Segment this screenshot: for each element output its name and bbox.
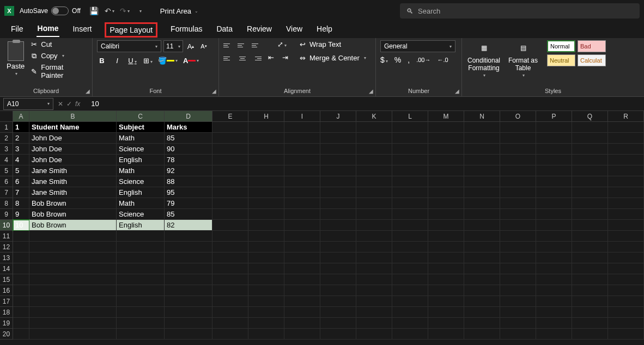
col-header-D[interactable]: D — [165, 111, 212, 122]
cell-Q11[interactable] — [572, 231, 608, 242]
col-header-P[interactable]: P — [536, 111, 572, 122]
cell-A2[interactable]: 2 — [13, 133, 29, 144]
cell-L8[interactable] — [392, 198, 428, 209]
cell-I1[interactable] — [284, 122, 320, 133]
cell-I2[interactable] — [284, 133, 320, 144]
cell-B13[interactable] — [29, 252, 117, 263]
cell-D1[interactable]: Marks — [165, 122, 212, 133]
cell-K19[interactable] — [356, 318, 392, 329]
cell-L4[interactable] — [392, 155, 428, 165]
cell-A7[interactable]: 7 — [13, 187, 29, 198]
toggle-icon[interactable] — [51, 7, 69, 15]
cell-C13[interactable] — [117, 252, 165, 263]
cell-E14[interactable] — [212, 263, 248, 274]
cell-I8[interactable] — [284, 198, 320, 209]
cell-J8[interactable] — [320, 198, 356, 209]
cell-J15[interactable] — [320, 274, 356, 285]
col-header-E[interactable]: E — [212, 111, 248, 122]
cell-A5[interactable]: 5 — [13, 165, 29, 176]
cell-J2[interactable] — [320, 133, 356, 144]
cell-C18[interactable] — [117, 307, 165, 318]
cell-B12[interactable] — [29, 242, 117, 252]
cell-N18[interactable] — [464, 307, 500, 318]
cell-J17[interactable] — [320, 296, 356, 307]
cell-L14[interactable] — [392, 263, 428, 274]
style-bad[interactable]: Bad — [578, 40, 606, 52]
cell-R8[interactable] — [608, 198, 644, 209]
cell-D12[interactable] — [165, 242, 212, 252]
cut-button[interactable]: ✂Cut — [30, 40, 88, 48]
cell-O7[interactable] — [500, 187, 536, 198]
row-header-5[interactable]: 5 — [0, 165, 13, 176]
cell-C2[interactable]: Math — [117, 133, 165, 144]
cell-A11[interactable] — [13, 231, 29, 242]
cell-R13[interactable] — [608, 252, 644, 263]
cell-H5[interactable] — [248, 165, 284, 176]
name-box[interactable]: A10▾ — [3, 98, 53, 110]
cell-B5[interactable]: Jane Smith — [29, 165, 117, 176]
cell-A9[interactable]: 9 — [13, 209, 29, 220]
cell-E4[interactable] — [212, 155, 248, 165]
row-header-4[interactable]: 4 — [0, 155, 13, 165]
cell-L11[interactable] — [392, 231, 428, 242]
wrap-text-button[interactable]: ↩Wrap Text — [299, 40, 366, 48]
document-title[interactable]: Print Area⌄ — [160, 7, 198, 15]
cell-O12[interactable] — [500, 242, 536, 252]
cell-I12[interactable] — [284, 242, 320, 252]
bold-button[interactable]: B — [97, 57, 107, 65]
cell-N9[interactable] — [464, 209, 500, 220]
cell-P12[interactable] — [536, 242, 572, 252]
cell-N3[interactable] — [464, 144, 500, 155]
cell-Q16[interactable] — [572, 285, 608, 296]
col-header-K[interactable]: K — [356, 111, 392, 122]
autosave-toggle[interactable]: AutoSave Off — [20, 7, 81, 15]
cell-L15[interactable] — [392, 274, 428, 285]
col-header-H[interactable]: H — [248, 111, 284, 122]
cell-N11[interactable] — [464, 231, 500, 242]
cell-M2[interactable] — [428, 133, 464, 144]
cell-L10[interactable] — [392, 220, 428, 231]
cell-N20[interactable] — [464, 329, 500, 340]
cell-K1[interactable] — [356, 122, 392, 133]
cell-E20[interactable] — [212, 329, 248, 340]
cell-N5[interactable] — [464, 165, 500, 176]
cell-K16[interactable] — [356, 285, 392, 296]
cell-I15[interactable] — [284, 274, 320, 285]
cancel-icon[interactable]: ✕ — [58, 100, 63, 108]
cell-B11[interactable] — [29, 231, 117, 242]
col-header-A[interactable]: A — [13, 111, 29, 122]
style-normal[interactable]: Normal — [547, 40, 575, 52]
underline-button[interactable]: U▾ — [127, 57, 137, 65]
cell-H12[interactable] — [248, 242, 284, 252]
cell-Q15[interactable] — [572, 274, 608, 285]
cell-J13[interactable] — [320, 252, 356, 263]
fill-color-button[interactable]: 🪣▾ — [158, 57, 178, 65]
col-header-R[interactable]: R — [608, 111, 644, 122]
dialog-launcher-icon[interactable]: ◢ — [369, 88, 373, 94]
cell-K9[interactable] — [356, 209, 392, 220]
cell-M6[interactable] — [428, 176, 464, 187]
cell-C8[interactable]: Math — [117, 198, 165, 209]
row-header-7[interactable]: 7 — [0, 187, 13, 198]
cell-C4[interactable]: English — [117, 155, 165, 165]
orientation-button[interactable]: ⤢▾ — [277, 40, 287, 50]
cell-M4[interactable] — [428, 155, 464, 165]
row-header-14[interactable]: 14 — [0, 263, 13, 274]
cell-O17[interactable] — [500, 296, 536, 307]
align-center-button[interactable] — [238, 53, 247, 63]
cell-A16[interactable] — [13, 285, 29, 296]
italic-button[interactable]: I — [112, 57, 122, 65]
cell-C12[interactable] — [117, 242, 165, 252]
decrease-font-button[interactable]: A▾ — [198, 40, 209, 52]
cell-D18[interactable] — [165, 307, 212, 318]
cell-R12[interactable] — [608, 242, 644, 252]
cell-J7[interactable] — [320, 187, 356, 198]
cell-D16[interactable] — [165, 285, 212, 296]
row-header-13[interactable]: 13 — [0, 252, 13, 263]
row-header-18[interactable]: 18 — [0, 307, 13, 318]
cell-C14[interactable] — [117, 263, 165, 274]
cell-J11[interactable] — [320, 231, 356, 242]
cell-I19[interactable] — [284, 318, 320, 329]
cell-E7[interactable] — [212, 187, 248, 198]
col-header-B[interactable]: B — [29, 111, 117, 122]
